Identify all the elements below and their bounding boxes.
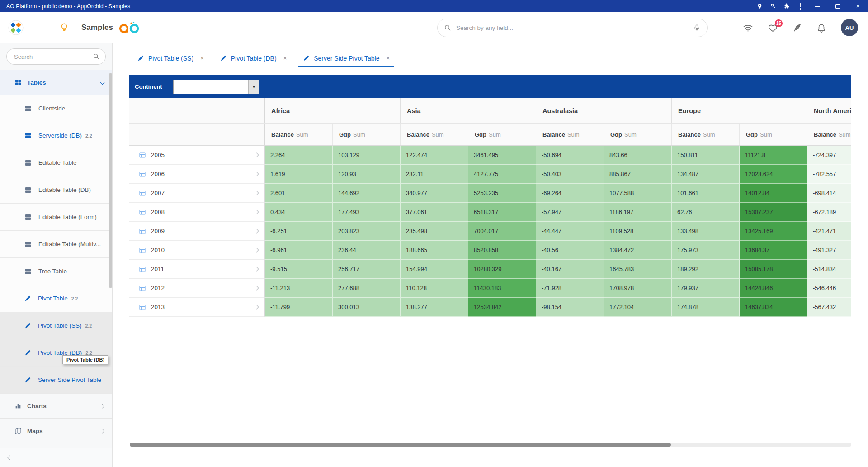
pivot-cell[interactable]: 885.867 <box>604 165 672 184</box>
row-group-2009[interactable]: 2009 <box>129 222 265 241</box>
pivot-cell[interactable]: 8520.858 <box>468 241 536 260</box>
chevron-right-icon[interactable] <box>255 305 259 310</box>
chevron-right-icon[interactable] <box>255 229 259 234</box>
pivot-cell[interactable]: 1645.783 <box>604 260 672 279</box>
pivot-cell[interactable]: 1772.104 <box>604 298 672 317</box>
close-icon[interactable]: × <box>386 55 390 62</box>
pivot-cell[interactable]: 11430.183 <box>468 279 536 298</box>
pivot-cell[interactable]: -6.251 <box>265 222 333 241</box>
pivot-cell[interactable]: 0.434 <box>265 203 333 222</box>
column-header-africa-gdp[interactable]: GdpSum <box>333 124 401 145</box>
pivot-cell[interactable]: 1708.978 <box>604 279 672 298</box>
pivot-cell[interactable]: 103.129 <box>333 146 401 165</box>
pivot-cell[interactable]: 110.128 <box>401 279 468 298</box>
pivot-cell[interactable]: 1.619 <box>265 165 333 184</box>
pivot-cell[interactable]: 203.823 <box>333 222 401 241</box>
close-icon[interactable]: × <box>200 55 204 62</box>
pivot-cell[interactable]: 62.76 <box>672 203 740 222</box>
pivot-cell[interactable]: -40.56 <box>536 241 604 260</box>
sidebar-item-serverside-db[interactable]: Serverside (DB)2.2 <box>0 122 112 149</box>
pivot-cell[interactable]: 12534.842 <box>468 298 536 317</box>
pivot-cell[interactable]: 340.977 <box>401 184 468 203</box>
pivot-cell[interactable]: 134.487 <box>672 165 740 184</box>
column-group-north-america[interactable]: North America <box>807 98 851 123</box>
pivot-cell[interactable]: 232.11 <box>401 165 468 184</box>
pivot-cell[interactable]: 14637.834 <box>740 298 807 317</box>
extensions-icon[interactable] <box>780 0 793 12</box>
global-search[interactable] <box>437 19 708 37</box>
pivot-cell[interactable]: 122.474 <box>401 146 468 165</box>
pivot-cell[interactable]: 10280.329 <box>468 260 536 279</box>
pivot-cell[interactable]: 133.498 <box>672 222 740 241</box>
sidebar-collapse-button[interactable] <box>0 448 112 467</box>
pivot-cell[interactable]: -9.515 <box>265 260 333 279</box>
pivot-cell[interactable]: 12023.624 <box>740 165 807 184</box>
row-group-2013[interactable]: 2013 <box>129 298 265 317</box>
row-group-2007[interactable]: 2007 <box>129 184 265 203</box>
pivot-cell[interactable]: 14012.84 <box>740 184 807 203</box>
horizontal-scrollbar[interactable] <box>130 443 851 447</box>
continent-select[interactable]: ▾ <box>173 80 259 94</box>
row-group-2010[interactable]: 2010 <box>129 241 265 260</box>
global-search-input[interactable] <box>456 24 693 31</box>
pivot-cell[interactable]: 256.717 <box>333 260 401 279</box>
wifi-icon[interactable] <box>743 23 753 33</box>
chevron-right-icon[interactable] <box>255 286 259 291</box>
tab-pivot-table-ss[interactable]: Pivot Table (SS)× <box>133 50 208 67</box>
pivot-cell[interactable]: -546.446 <box>807 279 851 298</box>
pivot-cell[interactable]: 188.665 <box>401 241 468 260</box>
pivot-cell[interactable]: -11.799 <box>265 298 333 317</box>
chevron-right-icon[interactable] <box>255 153 259 157</box>
tab-server-side-pivot-table[interactable]: Server Side Pivot Table× <box>298 50 394 67</box>
pivot-cell[interactable]: -57.947 <box>536 203 604 222</box>
sidebar-search-input[interactable] <box>6 48 106 65</box>
sidebar-section-charts[interactable]: Charts <box>0 394 112 419</box>
pivot-cell[interactable]: 235.498 <box>401 222 468 241</box>
column-group-africa[interactable]: Africa <box>265 98 401 123</box>
column-group-australasia[interactable]: Australasia <box>536 98 672 123</box>
pivot-cell[interactable]: -50.403 <box>536 165 604 184</box>
row-group-2012[interactable]: 2012 <box>129 279 265 298</box>
column-group-asia[interactable]: Asia <box>401 98 536 123</box>
chevron-right-icon[interactable] <box>255 248 259 253</box>
microphone-icon[interactable] <box>693 24 701 32</box>
chevron-right-icon[interactable] <box>255 210 259 214</box>
chevron-down-icon[interactable]: ▾ <box>248 80 259 94</box>
column-header-europe-balance[interactable]: BalanceSum <box>672 124 740 145</box>
row-group-2011[interactable]: 2011 <box>129 260 265 279</box>
pivot-cell[interactable]: 174.878 <box>672 298 740 317</box>
pivot-cell[interactable]: -724.397 <box>807 146 851 165</box>
pivot-cell[interactable]: -40.167 <box>536 260 604 279</box>
sidebar-item-editable-table-db[interactable]: Editable Table (DB) <box>0 176 112 204</box>
pivot-cell[interactable]: 120.93 <box>333 165 401 184</box>
pivot-cell[interactable]: 175.973 <box>672 241 740 260</box>
pivot-cell[interactable]: 11121.8 <box>740 146 807 165</box>
pivot-cell[interactable]: -567.432 <box>807 298 851 317</box>
pivot-cell[interactable]: 4127.775 <box>468 165 536 184</box>
pivot-cell[interactable]: 843.66 <box>604 146 672 165</box>
pivot-cell[interactable]: 1384.472 <box>604 241 672 260</box>
sidebar-scrollbar-thumb[interactable] <box>109 73 112 288</box>
pivot-cell[interactable]: 277.688 <box>333 279 401 298</box>
pivot-cell[interactable]: 2.264 <box>265 146 333 165</box>
pivot-cell[interactable]: 377.061 <box>401 203 468 222</box>
pivot-cell[interactable]: 1109.528 <box>604 222 672 241</box>
column-header-europe-gdp[interactable]: GdpSum <box>740 124 807 145</box>
pivot-cell[interactable]: -69.264 <box>536 184 604 203</box>
pivot-cell[interactable]: 138.277 <box>401 298 468 317</box>
column-header-north-america-balance[interactable]: BalanceSum <box>807 124 851 145</box>
close-button[interactable]: × <box>848 0 868 12</box>
pivot-cell[interactable]: 189.292 <box>672 260 740 279</box>
pivot-cell[interactable]: 15307.237 <box>740 203 807 222</box>
pivot-cell[interactable]: -421.471 <box>807 222 851 241</box>
pivot-cell[interactable]: 101.661 <box>672 184 740 203</box>
pivot-cell[interactable]: 144.692 <box>333 184 401 203</box>
pivot-cell[interactable]: -698.414 <box>807 184 851 203</box>
pivot-cell[interactable]: 13684.37 <box>740 241 807 260</box>
pivot-cell[interactable]: 150.811 <box>672 146 740 165</box>
sidebar-item-clientside[interactable]: Clientside <box>0 95 112 122</box>
sidebar-section-maps[interactable]: Maps <box>0 419 112 443</box>
lightbulb-icon[interactable] <box>59 22 70 33</box>
chevron-right-icon[interactable] <box>255 172 259 176</box>
maximize-button[interactable] <box>827 0 848 12</box>
